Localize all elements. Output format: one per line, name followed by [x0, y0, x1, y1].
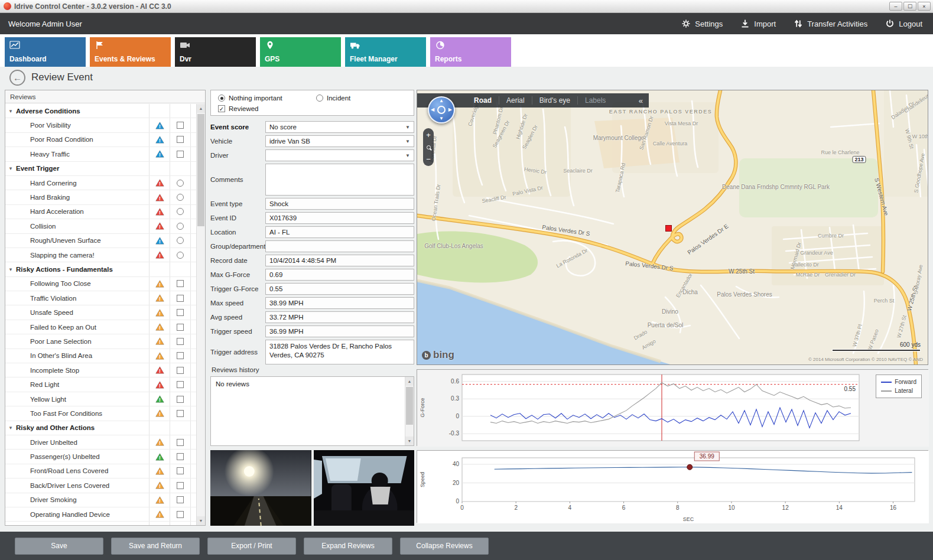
tab-gps[interactable]: GPS: [260, 37, 341, 67]
event-score-select[interactable]: No score▼: [265, 121, 414, 133]
map-toolbar-collapse-icon[interactable]: «: [632, 96, 649, 105]
reviews-history-scrollbar[interactable]: ▲ ▼: [405, 377, 414, 445]
review-checkbox[interactable]: [177, 280, 184, 287]
review-checkbox[interactable]: [177, 396, 184, 403]
tab-reports[interactable]: Reports: [430, 37, 511, 67]
review-item-red-light[interactable]: Red Light!: [5, 377, 196, 392]
review-checkbox[interactable]: [177, 467, 184, 474]
scrollbar-thumb[interactable]: [197, 114, 204, 226]
review-checkbox[interactable]: [177, 151, 184, 158]
radio-nothing-important[interactable]: Nothing important: [218, 95, 282, 102]
transfer-activities-button[interactable]: Transfer Activities: [794, 19, 867, 28]
export-print-button[interactable]: Export / Print: [207, 538, 296, 555]
review-radio[interactable]: [177, 180, 184, 187]
back-button[interactable]: ←: [9, 70, 25, 86]
collapse-reviews-button[interactable]: Collapse Reviews: [400, 538, 489, 555]
review-group-event-trigger[interactable]: ▾Event Trigger: [5, 162, 196, 176]
collapse-arrow-icon[interactable]: ▾: [5, 425, 16, 431]
front-camera-thumbnail[interactable]: [210, 450, 311, 526]
review-item-rough-uneven-surface[interactable]: Rough/Uneven Surface!: [5, 234, 196, 248]
cabin-camera-thumbnail[interactable]: [314, 450, 415, 526]
close-button[interactable]: ×: [918, 2, 931, 11]
pan-up-icon[interactable]: ▲: [439, 99, 444, 103]
review-checkbox[interactable]: [177, 496, 184, 503]
review-item-poor-visibility[interactable]: Poor Visibility!: [5, 118, 196, 132]
review-group-risky-actions-fundamentals[interactable]: ▾Risky Actions - Fundamentals: [5, 262, 196, 276]
review-checkbox[interactable]: [177, 410, 184, 417]
review-item-yellow-light[interactable]: Yellow Light!: [5, 392, 196, 406]
review-group-risky-and-other-actions[interactable]: ▾Risky and Other Actions: [5, 421, 196, 435]
import-button[interactable]: Import: [740, 19, 776, 28]
review-checkbox[interactable]: [177, 122, 184, 129]
review-item-in-other-s-blind-area[interactable]: In Other's Blind Area!: [5, 349, 196, 363]
map-compass-control[interactable]: ▲ ▼ ◀ ▶: [428, 96, 455, 123]
expand-reviews-button[interactable]: Expand Reviews: [304, 538, 392, 555]
review-checkbox[interactable]: [177, 511, 184, 518]
review-item-operating-handled-device[interactable]: Operating Handled Device!: [5, 507, 196, 522]
map-view-road-button[interactable]: Road: [467, 96, 499, 105]
review-item-hard-braking[interactable]: Hard Braking!: [5, 190, 196, 204]
collapse-arrow-icon[interactable]: ▾: [5, 108, 16, 114]
radio-incident[interactable]: Incident: [316, 95, 350, 102]
review-item-heavy-traffic[interactable]: Heavy Traffic!: [5, 147, 196, 161]
map-view-labels-button[interactable]: Labels: [577, 96, 613, 105]
event-location-marker[interactable]: [665, 225, 672, 232]
map[interactable]: EAST RANCHO PALOS VERDESMarymount Colleg…: [417, 90, 928, 365]
review-item-passenger-s-unbelted[interactable]: Passenger(s) Unbelted!: [5, 450, 196, 464]
review-radio[interactable]: [177, 223, 184, 230]
review-checkbox[interactable]: [177, 309, 184, 316]
checkbox-control[interactable]: ✓: [218, 105, 225, 112]
review-item-driver-unbelted[interactable]: Driver Unbelted!: [5, 435, 196, 450]
review-item-traffic-violation[interactable]: Traffic Violation!: [5, 291, 196, 305]
tab-dashboard[interactable]: Dashboard: [5, 37, 86, 67]
review-item-slapping-the-camera[interactable]: Slapping the camera!!: [5, 248, 196, 262]
scroll-up-icon[interactable]: ▲: [405, 377, 414, 386]
review-item-hard-acceleration[interactable]: Hard Acceleration!: [5, 205, 196, 219]
review-item-unsafe-speed[interactable]: Unsafe Speed!: [5, 305, 196, 320]
map-view-bird-s-eye-button[interactable]: Bird's eye: [532, 96, 577, 105]
logout-button[interactable]: Logout: [885, 19, 922, 28]
pan-left-icon[interactable]: ◀: [431, 108, 434, 112]
review-checkbox[interactable]: [177, 453, 184, 460]
save-button[interactable]: Save: [15, 538, 103, 555]
review-checkbox[interactable]: [177, 367, 184, 374]
review-item-collision[interactable]: Collision!: [5, 219, 196, 233]
review-radio[interactable]: [177, 194, 184, 201]
review-radio[interactable]: [177, 252, 184, 259]
settings-button[interactable]: Settings: [681, 19, 723, 28]
review-item-poor-lane-selection[interactable]: Poor Lane Selection!: [5, 334, 196, 349]
tab-fleet-manager[interactable]: Fleet Manager: [345, 37, 426, 67]
collapse-arrow-icon[interactable]: ▾: [5, 165, 16, 171]
scroll-up-icon[interactable]: ▲: [197, 104, 205, 113]
review-item-back-driver-lens-covered[interactable]: Back/Driver Lens Covered!: [5, 478, 196, 493]
review-checkbox[interactable]: [177, 324, 184, 331]
scroll-down-icon[interactable]: ▼: [197, 516, 205, 525]
pan-down-icon[interactable]: ▼: [439, 116, 444, 121]
tab-events-reviews[interactable]: Events & Reviews: [90, 37, 171, 67]
review-item-driver-smoking[interactable]: Driver Smoking!: [5, 493, 196, 507]
review-item-partial[interactable]: !: [5, 522, 196, 525]
comments-textarea[interactable]: [265, 164, 414, 196]
vehicle-select[interactable]: idrive Van SB▼: [265, 135, 414, 147]
pan-right-icon[interactable]: ▶: [448, 108, 452, 112]
tab-dvr[interactable]: Dvr: [175, 37, 256, 67]
zoom-in-icon[interactable]: +: [426, 131, 431, 139]
review-item-following-too-close[interactable]: Following Too Close!: [5, 277, 196, 291]
review-item-failed-to-keep-an-out[interactable]: Failed to Keep an Out!: [5, 320, 196, 334]
maximize-button[interactable]: ☐: [903, 2, 916, 11]
review-item-too-fast-for-conditions[interactable]: Too Fast For Conditions!: [5, 406, 196, 421]
map-view-aerial-button[interactable]: Aerial: [499, 96, 532, 105]
reviews-history-box[interactable]: No reviews ▲ ▼: [210, 376, 414, 446]
review-checkbox[interactable]: [177, 381, 184, 388]
scrollbar-thumb[interactable]: [406, 387, 413, 425]
minimize-button[interactable]: –: [889, 2, 902, 11]
review-checkbox[interactable]: [177, 295, 184, 302]
save-and-return-button[interactable]: Save and Return: [111, 538, 200, 555]
checkbox-reviewed[interactable]: ✓Reviewed: [218, 105, 259, 112]
review-item-poor-road-condition[interactable]: Poor Road Condition!: [5, 133, 196, 147]
zoom-out-icon[interactable]: −: [426, 155, 431, 164]
radio-control[interactable]: [316, 95, 323, 102]
review-checkbox[interactable]: [177, 338, 184, 345]
scroll-down-icon[interactable]: ▼: [405, 437, 414, 445]
collapse-arrow-icon[interactable]: ▾: [5, 266, 16, 272]
